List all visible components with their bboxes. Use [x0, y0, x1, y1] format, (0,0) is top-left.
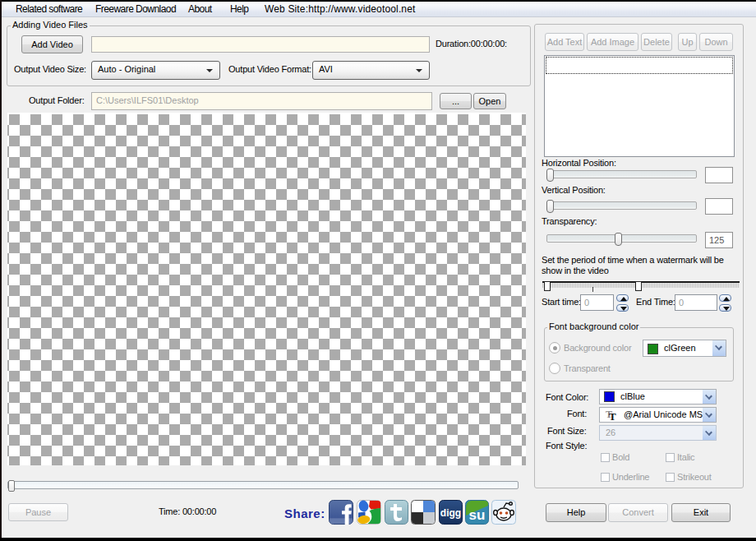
svg-text:su: su: [469, 507, 486, 523]
svg-text:digg: digg: [440, 507, 461, 519]
